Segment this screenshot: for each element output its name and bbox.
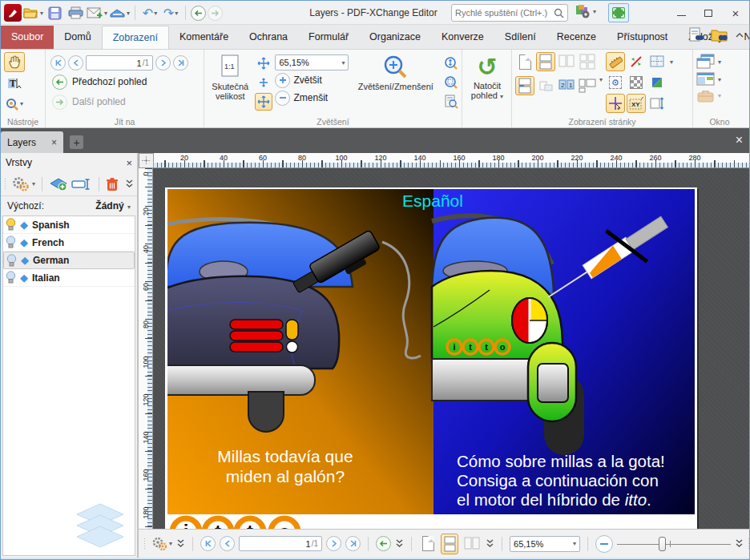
search-folder-icon[interactable] [711,27,728,43]
print-button[interactable] [66,3,85,22]
ribbon-tab-soubor[interactable]: Soubor [1,26,54,49]
redo-dropdown-icon[interactable]: ▾ [175,10,178,17]
status-next-page-button[interactable] [326,536,341,551]
cascade-windows-button[interactable]: ▾ [696,54,744,70]
zoom-out-button[interactable]: Zmenšit [275,90,349,106]
document-tab-layers[interactable]: Layers × [1,131,63,153]
split-view-button[interactable]: ▾ [647,52,667,71]
status-options-button[interactable]: ▾ [151,537,172,551]
actual-size-button[interactable]: 1:1 Skutečná velikost [208,52,252,111]
ribbon-tab-sdílení[interactable]: Sdílení [494,26,546,49]
scan-dropdown-icon[interactable]: ▾ [127,10,130,17]
status-more-icon-3[interactable] [486,538,494,549]
forward-view-button[interactable] [208,6,223,21]
next-view-button[interactable]: Další pohled [52,93,202,111]
fit-width-button[interactable] [255,54,272,72]
fit-visible-button[interactable] [255,93,272,111]
page-size-button[interactable] [647,94,667,113]
default-layer-select[interactable]: Žádný ▾ [95,200,131,212]
layer-row-german[interactable]: ◆German [3,252,135,269]
prev-page-button[interactable] [68,55,83,71]
status-continuous-button[interactable] [441,534,458,554]
zoom-slider[interactable] [617,537,731,551]
cover-mode-button[interactable] [578,76,597,95]
tile-windows-button[interactable]: ▾ [696,72,744,87]
pdf-page[interactable]: i t t o [165,187,697,529]
two-page-mode-button[interactable] [557,52,576,71]
ui-options-dropdown-icon[interactable]: ▾ [593,8,596,15]
ribbon-tab-recenze[interactable]: Recenze [546,26,607,49]
fit-layout-button[interactable] [515,76,534,95]
ribbon-tab-přístupnost[interactable]: Přístupnost [607,26,678,49]
rename-layer-button[interactable] [71,178,92,191]
layer-visibility-bulb-icon[interactable] [6,271,16,284]
ribbon-tab-organizace[interactable]: Organizace [359,26,431,49]
rotate-pages-button[interactable] [536,76,555,95]
default-layer-dropdown-icon[interactable]: ▾ [127,203,131,211]
tile-dropdown-icon[interactable]: ▾ [718,76,721,83]
split-dropdown-icon[interactable]: ▾ [670,58,673,66]
loupe-tool-button[interactable]: ▾ [4,94,25,114]
ui-options-button[interactable]: ▾ [575,3,596,19]
toolbox-dropdown-icon[interactable]: ▾ [718,92,721,99]
status-two-page-button[interactable] [462,534,482,554]
open-dropdown-icon[interactable]: ▾ [40,10,43,17]
status-zoom-combo[interactable]: 65,15%▾ [510,536,580,552]
delete-layer-button[interactable] [106,177,119,191]
select-text-tool-button[interactable]: T [4,73,25,93]
new-document-tab-button[interactable]: + [70,135,83,149]
status-zoom-out-button[interactable] [595,535,613,553]
two-page-continuous-button[interactable] [578,52,597,71]
email-button[interactable]: ▾ [87,3,107,22]
layer-visibility-bulb-icon[interactable] [6,218,16,232]
quick-launch-search[interactable] [451,4,568,22]
layer-row-italian[interactable]: ◆Italian [3,269,135,287]
status-zoom-dropdown-icon[interactable]: ▾ [573,540,576,547]
first-page-button[interactable] [50,55,66,71]
cascade-dropdown-icon[interactable]: ▾ [718,58,721,66]
last-page-button[interactable] [173,55,188,71]
page-mode-dropdown-icon[interactable]: ▾ [599,76,603,83]
layer-visibility-bulb-icon[interactable] [6,254,17,268]
status-first-page-button[interactable] [200,536,216,551]
minimize-button[interactable] [667,1,695,25]
dynamic-zoom-button[interactable] [442,54,460,72]
document-canvas[interactable]: i t t o [153,168,750,529]
layer-row-french[interactable]: ◆French [3,234,135,252]
expand-all-icon[interactable] [125,179,134,189]
add-layer-button[interactable] [49,177,68,191]
loupe-dropdown-icon[interactable]: ▾ [20,100,23,107]
xy-coordinates-button[interactable]: XY [627,94,646,113]
layers-options-dropdown-icon[interactable]: ▾ [32,180,35,187]
undo-button[interactable]: ↶▾ [140,3,159,22]
zoom-in-button[interactable]: Zvětšit [275,72,349,88]
focus-mode-button[interactable] [606,73,625,92]
email-dropdown-icon[interactable]: ▾ [104,10,107,17]
snap-toggle-button[interactable] [627,52,646,71]
rotate-dropdown-icon[interactable]: ▾ [498,93,503,100]
scan-button[interactable]: ▾ [109,3,130,22]
maximize-button[interactable] [695,1,722,25]
ruler-origin-button[interactable] [139,153,154,168]
zoom-level-combo[interactable]: 65,15%▾ [275,54,349,71]
status-options-dropdown-icon[interactable]: ▾ [169,540,172,547]
ribbon-tab-formulář[interactable]: Formulář [298,26,359,49]
transparency-grid-button[interactable] [627,73,646,92]
next-page-button[interactable] [155,55,171,71]
layer-visibility-bulb-icon[interactable] [6,236,16,249]
page-loupe-button[interactable] [442,93,460,111]
previous-view-button[interactable]: Předchozí pohled [52,73,202,91]
close-button[interactable]: × [722,1,749,25]
marquee-zoom-button[interactable] [442,74,460,91]
page-color-options-button[interactable] [647,73,667,92]
zoom-combo-dropdown-icon[interactable]: ▾ [341,59,345,66]
rotate-view-button[interactable]: ↺ Natočit pohled ▾ [466,52,509,104]
document-tab-close-icon[interactable]: × [51,137,57,148]
show-cursor-coordinates-button[interactable] [606,94,625,113]
save-button[interactable] [45,3,64,22]
toolbox-button[interactable]: ▾ [696,89,744,103]
rulers-toggle-button[interactable] [606,52,625,71]
fullscreen-button[interactable] [608,3,629,22]
status-single-page-button[interactable] [419,534,437,554]
ribbon-tab-komentáře[interactable]: Komentáře [169,26,239,49]
